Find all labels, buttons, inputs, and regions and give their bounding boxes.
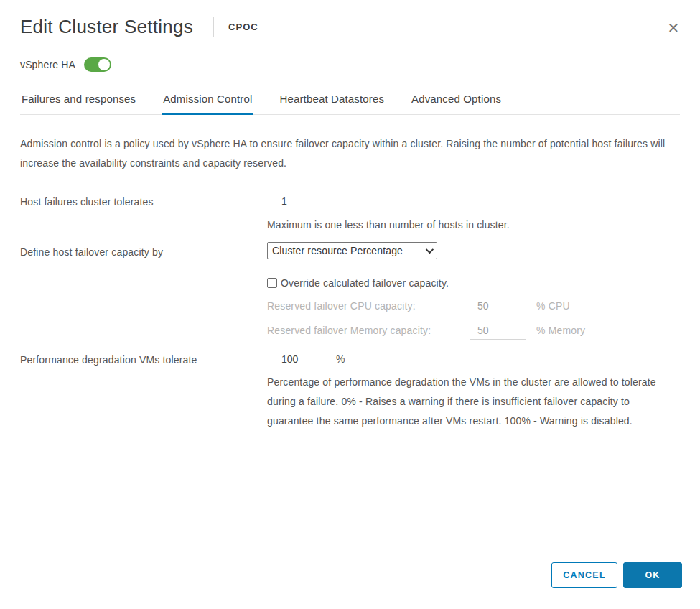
toggle-knob-icon	[98, 59, 110, 70]
override-checkbox[interactable]	[267, 278, 277, 288]
ok-button[interactable]: OK	[623, 562, 682, 588]
vsphere-ha-toggle-row: vSphere HA	[20, 57, 680, 72]
admission-control-description: Admission control is a policy used by vS…	[20, 134, 666, 173]
dialog-footer: CANCEL OK	[551, 562, 682, 588]
tab-advanced-options[interactable]: Advanced Options	[410, 90, 503, 115]
vsphere-ha-toggle[interactable]	[84, 57, 111, 72]
capacity-by-row: Define host failover capacity by Cluster…	[20, 244, 680, 259]
edit-cluster-settings-dialog: Edit Cluster Settings CPOC ✕ vSphere HA …	[0, 0, 700, 609]
settings-tabs: Failures and responses Admission Control…	[20, 90, 680, 115]
cancel-button[interactable]: CANCEL	[551, 562, 617, 588]
host-failures-input[interactable]	[267, 194, 326, 210]
capacity-by-selected-value: Cluster resource Percentage	[272, 245, 403, 256]
reserved-memory-input[interactable]	[470, 323, 526, 340]
reserved-cpu-label: Reserved failover CPU capacity:	[267, 299, 470, 312]
cluster-name: CPOC	[228, 22, 258, 32]
reserved-memory-suffix: % Memory	[536, 323, 585, 336]
reserved-cpu-row: Reserved failover CPU capacity: % CPU	[267, 299, 680, 315]
host-failures-control: Maximum is one less than number of hosts…	[267, 194, 510, 235]
dialog-header: Edit Cluster Settings CPOC	[20, 16, 680, 38]
close-icon[interactable]: ✕	[664, 19, 683, 37]
tab-admission-control[interactable]: Admission Control	[162, 90, 253, 115]
capacity-by-select[interactable]: Cluster resource Percentage	[267, 242, 437, 259]
override-label: Override calculated failover capacity.	[281, 277, 449, 289]
host-failures-label: Host failures cluster tolerates	[20, 194, 267, 235]
performance-degradation-label: Performance degradation VMs tolerate	[20, 352, 267, 431]
reserved-memory-row: Reserved failover Memory capacity: % Mem…	[267, 323, 680, 340]
performance-degradation-row: Performance degradation VMs tolerate % P…	[20, 352, 680, 431]
chevron-down-icon	[426, 246, 434, 254]
performance-degradation-suffix: %	[336, 352, 345, 365]
reserved-cpu-suffix: % CPU	[536, 299, 570, 312]
host-failures-row: Host failures cluster tolerates Maximum …	[20, 194, 680, 235]
reserved-memory-label: Reserved failover Memory capacity:	[267, 323, 470, 336]
tab-failures-and-responses[interactable]: Failures and responses	[20, 90, 137, 115]
host-failures-helper: Maximum is one less than number of hosts…	[267, 215, 510, 235]
performance-degradation-input[interactable]	[267, 352, 326, 368]
performance-degradation-input-group: %	[267, 352, 671, 368]
title-divider	[213, 17, 214, 37]
reserved-cpu-input[interactable]	[470, 299, 526, 315]
tab-heartbeat-datastores[interactable]: Heartbeat Datastores	[278, 90, 386, 115]
performance-degradation-helper: Percentage of performance degradation th…	[267, 373, 671, 431]
capacity-by-label: Define host failover capacity by	[20, 244, 267, 259]
vsphere-ha-label: vSphere HA	[20, 59, 75, 70]
admission-control-form: Host failures cluster tolerates Maximum …	[20, 194, 680, 431]
override-row: Override calculated failover capacity.	[267, 277, 680, 289]
dialog-title: Edit Cluster Settings	[20, 16, 193, 38]
performance-degradation-control: % Percentage of performance degradation …	[267, 352, 671, 431]
